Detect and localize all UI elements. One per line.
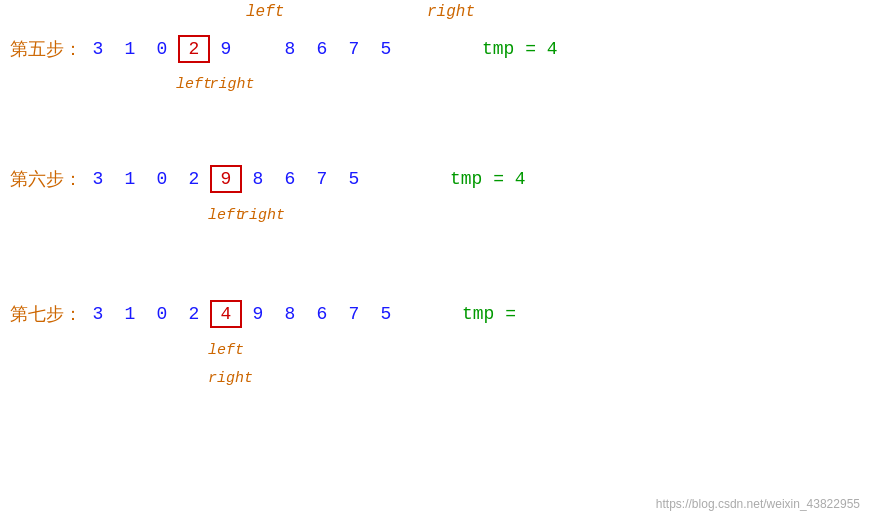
step5-n5: 8 [274, 39, 306, 59]
step5-n3-boxed: 2 [178, 35, 210, 63]
step5-n6: 6 [306, 39, 338, 59]
step5-n4: 9 [210, 39, 242, 59]
step6-n4-boxed: 9 [210, 165, 242, 193]
step5-left-pointer-top: left [246, 3, 284, 21]
step6-n6: 6 [274, 169, 306, 189]
step6-n8: 5 [338, 169, 370, 189]
step5-label: 第五步： [10, 37, 82, 61]
step7-n7: 6 [306, 304, 338, 324]
watermark: https://blog.csdn.net/weixin_43822955 [656, 497, 860, 511]
step6-n7: 7 [306, 169, 338, 189]
step7-n4-boxed: 4 [210, 300, 242, 328]
step7-n5: 9 [242, 304, 274, 324]
step6-n2: 0 [146, 169, 178, 189]
step6-label: 第六步： [10, 167, 82, 191]
step7-n3: 2 [178, 304, 210, 324]
step5-right-label: right [208, 76, 256, 93]
step7-n2: 0 [146, 304, 178, 324]
step6-n0: 3 [82, 169, 114, 189]
main-container: left right 第五步： 3 1 0 2 9 8 6 7 5 tmp = … [0, 0, 870, 516]
step5-row: 第五步： 3 1 0 2 9 8 6 7 5 tmp = 4 [10, 35, 558, 63]
step5-n8: 5 [370, 39, 402, 59]
step7-right-pointer: right [10, 370, 240, 387]
step5-left-label: left [176, 76, 208, 93]
step7-n0: 3 [82, 304, 114, 324]
step5-right-pointer-top: right [427, 3, 475, 21]
step7-left-label: left [208, 342, 240, 359]
step6-tmp: tmp = 4 [450, 169, 526, 189]
step5-n2: 0 [146, 39, 178, 59]
step5-n1: 1 [114, 39, 146, 59]
step7-left-pointer: left [10, 342, 240, 359]
step7-n6: 8 [274, 304, 306, 324]
step6-right-label: right [240, 207, 272, 224]
step7-n8: 7 [338, 304, 370, 324]
step7-label: 第七步： [10, 302, 82, 326]
step7-n1: 1 [114, 304, 146, 324]
step7-right-label: right [208, 370, 240, 387]
step6-mid-pointers: left right [10, 207, 272, 224]
step6-n1: 1 [114, 169, 146, 189]
step5-tmp: tmp = 4 [482, 39, 558, 59]
step6-n5: 8 [242, 169, 274, 189]
step5-n0: 3 [82, 39, 114, 59]
step7-tmp: tmp = [462, 304, 516, 324]
step6-n3: 2 [178, 169, 210, 189]
step6-row: 第六步： 3 1 0 2 9 8 6 7 5 tmp = 4 [10, 165, 526, 193]
step7-n9: 5 [370, 304, 402, 324]
step6-left-label: left [208, 207, 240, 224]
step5-mid-pointers: left right [10, 76, 256, 93]
step5-n7: 7 [338, 39, 370, 59]
step7-row: 第七步： 3 1 0 2 4 9 8 6 7 5 tmp = [10, 300, 516, 328]
